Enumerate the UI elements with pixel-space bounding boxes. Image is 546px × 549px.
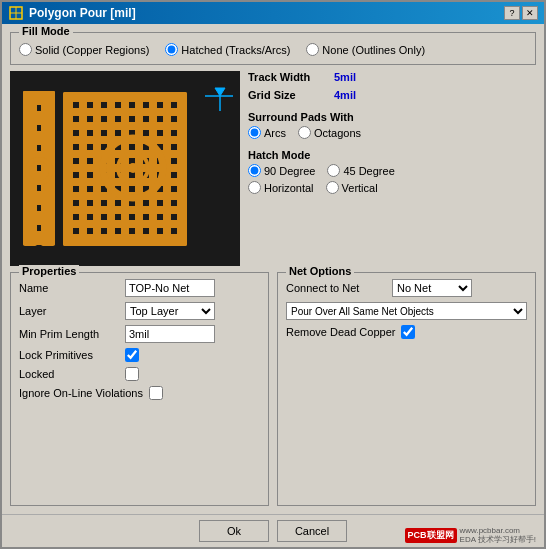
net-options-group: Net Options Connect to Net No Net Pour O… <box>277 272 536 506</box>
hatch-row2: Horizontal Vertical <box>248 181 536 194</box>
properties-group: Properties Name Layer Top Layer Min Prim… <box>10 272 269 506</box>
content-area: Fill Mode Solid (Copper Regions) Hatched… <box>2 24 544 514</box>
bottom-section: Properties Name Layer Top Layer Min Prim… <box>10 272 536 506</box>
help-button[interactable]: ? <box>504 6 520 20</box>
watermark-info: www.pcbbar.com EDA 技术学习好帮手! <box>460 526 536 545</box>
fill-mode-row: Solid (Copper Regions) Hatched (Tracks/A… <box>19 39 527 56</box>
surround-pads-options: Arcs Octagons <box>248 126 536 139</box>
net-options-label: Net Options <box>286 265 354 277</box>
arcs-radio[interactable] <box>248 126 261 139</box>
deg90-radio[interactable] <box>248 164 261 177</box>
svg-rect-37 <box>63 92 71 246</box>
locked-label: Locked <box>19 368 119 380</box>
layer-row: Layer Top Layer <box>19 302 260 320</box>
octagons-radio-label[interactable]: Octagons <box>298 126 361 139</box>
close-button[interactable]: ✕ <box>522 6 538 20</box>
locked-row: Locked <box>19 367 260 381</box>
deg45-radio-text: 45 Degree <box>343 165 394 177</box>
pour-over-row: Pour Over All Same Net Objects <box>286 302 527 320</box>
track-width-value: 5mil <box>334 71 356 83</box>
ok-button[interactable]: Ok <box>199 520 269 542</box>
grid-size-row: Grid Size 4mil <box>248 89 536 101</box>
deg90-radio-label[interactable]: 90 Degree <box>248 164 315 177</box>
layer-label: Layer <box>19 305 119 317</box>
track-width-label: Track Width <box>248 71 328 83</box>
name-row: Name <box>19 279 260 297</box>
layer-select[interactable]: Top Layer <box>125 302 215 320</box>
middle-section: Track Width 5mil Grid Size 4mil Surround… <box>10 71 536 266</box>
track-width-row: Track Width 5mil <box>248 71 536 83</box>
horizontal-radio-label[interactable]: Horizontal <box>248 181 314 194</box>
ignore-violations-row: Ignore On-Line Violations <box>19 386 260 400</box>
arcs-radio-label[interactable]: Arcs <box>248 126 286 139</box>
right-panel: Track Width 5mil Grid Size 4mil Surround… <box>248 71 536 266</box>
pcb-badge: PCB联盟网 <box>405 528 457 543</box>
lock-primitives-checkbox[interactable] <box>125 348 139 362</box>
octagons-radio-text: Octagons <box>314 127 361 139</box>
cancel-button[interactable]: Cancel <box>277 520 347 542</box>
grid-size-label: Grid Size <box>248 89 328 101</box>
lock-primitives-row: Lock Primitives <box>19 348 260 362</box>
svg-rect-7 <box>23 111 55 125</box>
name-label: Name <box>19 282 119 294</box>
deg45-radio[interactable] <box>327 164 340 177</box>
min-prim-input[interactable] <box>125 325 215 343</box>
lock-primitives-label: Lock Primitives <box>19 349 119 361</box>
horizontal-radio-text: Horizontal <box>264 182 314 194</box>
ignore-violations-checkbox[interactable] <box>149 386 163 400</box>
octagons-radio[interactable] <box>298 126 311 139</box>
svg-rect-36 <box>63 238 187 246</box>
vertical-radio-text: Vertical <box>342 182 378 194</box>
ignore-violations-label: Ignore On-Line Violations <box>19 387 143 399</box>
remove-dead-copper-checkbox[interactable] <box>401 325 415 339</box>
svg-rect-29 <box>107 94 115 242</box>
svg-rect-32 <box>149 94 157 242</box>
svg-rect-13 <box>23 231 55 245</box>
svg-rect-12 <box>23 211 55 225</box>
fill-mode-group: Fill Mode Solid (Copper Regions) Hatched… <box>10 32 536 65</box>
svg-rect-38 <box>179 92 187 246</box>
window-icon <box>8 5 24 21</box>
deg90-radio-text: 90 Degree <box>264 165 315 177</box>
vertical-radio[interactable] <box>326 181 339 194</box>
none-radio[interactable] <box>306 43 319 56</box>
pour-over-select[interactable]: Pour Over All Same Net Objects <box>286 302 527 320</box>
arcs-radio-text: Arcs <box>264 127 286 139</box>
preview-area <box>10 71 240 266</box>
solid-radio-label[interactable]: Solid (Copper Regions) <box>19 43 149 56</box>
none-radio-label[interactable]: None (Outlines Only) <box>306 43 425 56</box>
svg-rect-27 <box>79 94 87 242</box>
svg-rect-11 <box>23 191 55 205</box>
title-buttons: ? ✕ <box>504 6 538 20</box>
min-prim-row: Min Prim Length <box>19 325 260 343</box>
watermark: PCB联盟网 www.pcbbar.com EDA 技术学习好帮手! <box>405 526 536 545</box>
hatched-radio-label[interactable]: Hatched (Tracks/Arcs) <box>165 43 290 56</box>
solid-radio[interactable] <box>19 43 32 56</box>
min-prim-label: Min Prim Length <box>19 328 119 340</box>
none-radio-text: None (Outlines Only) <box>322 44 425 56</box>
hatched-radio-text: Hatched (Tracks/Arcs) <box>181 44 290 56</box>
locked-checkbox[interactable] <box>125 367 139 381</box>
svg-rect-30 <box>121 94 129 242</box>
horizontal-radio[interactable] <box>248 181 261 194</box>
connect-to-net-select[interactable]: No Net <box>392 279 472 297</box>
main-window: Polygon Pour [mil] ? ✕ Fill Mode Solid (… <box>0 0 546 549</box>
footer: Ok Cancel PCB联盟网 www.pcbbar.com EDA 技术学习… <box>2 514 544 547</box>
hatched-radio[interactable] <box>165 43 178 56</box>
svg-rect-8 <box>23 131 55 145</box>
svg-rect-6 <box>23 91 55 105</box>
preview-svg <box>15 76 235 261</box>
deg45-radio-label[interactable]: 45 Degree <box>327 164 394 177</box>
svg-rect-35 <box>63 92 187 100</box>
watermark-url: www.pcbbar.com <box>460 526 536 536</box>
vertical-radio-label[interactable]: Vertical <box>326 181 378 194</box>
remove-dead-copper-label: Remove Dead Copper <box>286 326 395 338</box>
connect-to-net-label: Connect to Net <box>286 282 386 294</box>
name-input[interactable] <box>125 279 215 297</box>
window-title: Polygon Pour [mil] <box>29 6 136 20</box>
title-bar: Polygon Pour [mil] ? ✕ <box>2 2 544 24</box>
fill-mode-label: Fill Mode <box>19 25 73 37</box>
connect-to-net-row: Connect to Net No Net <box>286 279 527 297</box>
solid-radio-text: Solid (Copper Regions) <box>35 44 149 56</box>
properties-label: Properties <box>19 265 79 277</box>
